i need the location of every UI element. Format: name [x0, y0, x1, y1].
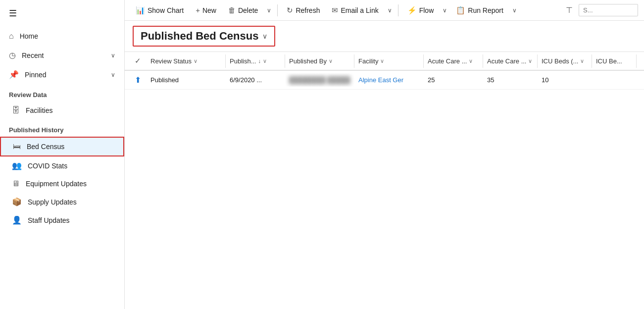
show-chart-label: Show Chart	[148, 6, 184, 14]
run-report-label: Run Report	[468, 6, 503, 14]
flow-button[interactable]: ⚡ Flow	[402, 3, 439, 17]
sidebar-item-bed-census-label: Bed Census	[27, 143, 64, 151]
column-icu-be-label: ICU Be...	[596, 57, 622, 65]
row-checkbox[interactable]: ⬆	[129, 75, 147, 85]
main-content: 📊 Show Chart + New 🗑 Delete ∨ ↻ Refresh …	[125, 0, 644, 309]
hamburger-menu[interactable]: ☰	[0, 0, 124, 27]
toolbar-divider-1	[277, 4, 278, 16]
toolbar-divider-2	[398, 4, 398, 16]
sidebar-item-staff-label: Staff Updates	[28, 216, 70, 224]
column-published-by[interactable]: Published By ∨	[285, 54, 354, 68]
upload-icon: ⬆	[135, 75, 141, 85]
trash-icon: 🗑	[228, 6, 236, 14]
sidebar-item-pinned-label: Pinned	[25, 71, 105, 79]
cell-acute-care-2: 35	[483, 73, 538, 87]
sidebar-item-pinned[interactable]: 📌 Pinned ∨	[0, 65, 124, 84]
view-title: Published Bed Census	[141, 30, 258, 43]
sidebar-item-facilities-label: Facilities	[26, 106, 52, 114]
chevron-down-icon: ∨	[111, 71, 115, 78]
run-report-chevron[interactable]: ∨	[510, 4, 519, 16]
column-publish-label: Publish...	[230, 57, 256, 65]
select-all-checkbox[interactable]: ✓	[129, 56, 147, 65]
equipment-icon: 🖥	[12, 179, 20, 188]
new-button[interactable]: + New	[191, 3, 221, 17]
sidebar-item-staff-updates[interactable]: 👤 Staff Updates	[0, 211, 124, 229]
column-acute-care-1[interactable]: Acute Care ... ∨	[424, 54, 483, 68]
sort-down-icon: ↓	[258, 58, 261, 64]
sidebar-item-home[interactable]: ⌂ Home	[0, 27, 124, 46]
flow-icon: ⚡	[407, 6, 417, 15]
cell-icu-be	[592, 77, 637, 83]
cell-acute-care-1: 25	[424, 73, 483, 87]
flow-chevron[interactable]: ∨	[441, 4, 449, 16]
refresh-button[interactable]: ↻ Refresh	[282, 3, 325, 17]
sidebar-item-supply-label: Supply Updates	[28, 198, 77, 206]
refresh-icon: ↻	[287, 6, 293, 15]
sidebar-item-covid-stats-label: COVID Stats	[28, 162, 67, 170]
column-review-status-label: Review Status	[150, 57, 192, 65]
chevron-down-icon: ∨	[469, 58, 473, 64]
email-link-label: Email a Link	[341, 6, 378, 14]
email-icon: ✉	[332, 6, 338, 15]
table-row[interactable]: ⬆ Published 6/9/2020 ... ████████ █████ …	[125, 71, 644, 90]
cell-facility[interactable]: Alpine East Ger	[354, 73, 424, 87]
pin-icon: 📌	[9, 70, 19, 79]
recent-icon: ◷	[9, 51, 16, 60]
view-title-bar: Published Bed Census ∨	[125, 21, 644, 52]
column-facility-label: Facility	[358, 57, 378, 65]
supply-icon: 📦	[12, 197, 22, 206]
sidebar-item-facilities[interactable]: 🗄 Facilities	[0, 102, 124, 119]
toolbar: 📊 Show Chart + New 🗑 Delete ∨ ↻ Refresh …	[125, 0, 644, 21]
delete-button[interactable]: 🗑 Delete	[223, 3, 263, 17]
chevron-down-icon: ∨	[194, 58, 198, 64]
delete-label: Delete	[238, 6, 258, 14]
view-title-box[interactable]: Published Bed Census ∨	[133, 26, 275, 47]
column-acute-care-1-label: Acute Care ...	[428, 57, 467, 65]
run-report-button[interactable]: 📋 Run Report	[451, 3, 508, 17]
chevron-down-icon: ∨	[329, 58, 333, 64]
sidebar-item-equipment-updates[interactable]: 🖥 Equipment Updates	[0, 175, 124, 193]
chevron-down-icon: ∨	[528, 58, 532, 64]
column-acute-care-2[interactable]: Acute Care ... ∨	[483, 54, 538, 68]
chevron-down-icon: ∨	[263, 58, 267, 64]
column-icu-beds[interactable]: ICU Beds (... ∨	[538, 54, 592, 68]
grid-body: ⬆ Published 6/9/2020 ... ████████ █████ …	[125, 71, 644, 309]
show-chart-button[interactable]: 📊 Show Chart	[131, 3, 189, 17]
flow-label: Flow	[419, 6, 434, 14]
sidebar-item-bed-census[interactable]: 🛏 Bed Census	[0, 137, 124, 156]
chevron-down-icon: ∨	[111, 52, 115, 59]
filter-icon[interactable]: ⊤	[562, 3, 577, 17]
column-review-status[interactable]: Review Status ∨	[147, 54, 226, 68]
email-chevron[interactable]: ∨	[386, 4, 394, 16]
staff-icon: 👤	[12, 215, 22, 225]
home-icon: ⌂	[9, 32, 14, 41]
refresh-label: Refresh	[296, 6, 320, 14]
column-acute-care-2-label: Acute Care ...	[487, 57, 526, 65]
chevron-down-icon: ∨	[380, 58, 384, 64]
sidebar-item-home-label: Home	[20, 32, 115, 40]
covid-stats-icon: 👥	[12, 161, 22, 170]
column-facility[interactable]: Facility ∨	[354, 54, 424, 68]
review-data-section-title: Review Data	[0, 84, 124, 102]
column-published-by-label: Published By	[289, 57, 327, 65]
plus-icon: +	[196, 6, 200, 14]
cell-publish-date: 6/9/2020 ...	[226, 73, 285, 87]
cell-icu-beds: 10	[538, 73, 592, 87]
column-icu-be[interactable]: ICU Be...	[592, 54, 637, 68]
facilities-icon: 🗄	[12, 106, 20, 115]
grid-header: ✓ Review Status ∨ Publish... ↓ ∨ Publish…	[125, 52, 644, 71]
delete-chevron[interactable]: ∨	[265, 4, 273, 16]
chart-icon: 📊	[136, 6, 145, 15]
email-link-button[interactable]: ✉ Email a Link	[327, 3, 383, 17]
column-publish[interactable]: Publish... ↓ ∨	[226, 54, 285, 68]
cell-published-by: ████████ █████	[285, 73, 354, 87]
cell-review-status: Published	[147, 73, 226, 87]
sidebar-item-covid-stats[interactable]: 👥 COVID Stats	[0, 156, 124, 175]
sidebar-item-recent-label: Recent	[22, 52, 105, 59]
sidebar-item-equipment-label: Equipment Updates	[26, 180, 87, 188]
published-history-section-title: Published History	[0, 119, 124, 137]
report-icon: 📋	[456, 6, 465, 15]
search-input[interactable]	[579, 4, 638, 16]
sidebar-item-recent[interactable]: ◷ Recent ∨	[0, 46, 124, 65]
sidebar-item-supply-updates[interactable]: 📦 Supply Updates	[0, 193, 124, 211]
